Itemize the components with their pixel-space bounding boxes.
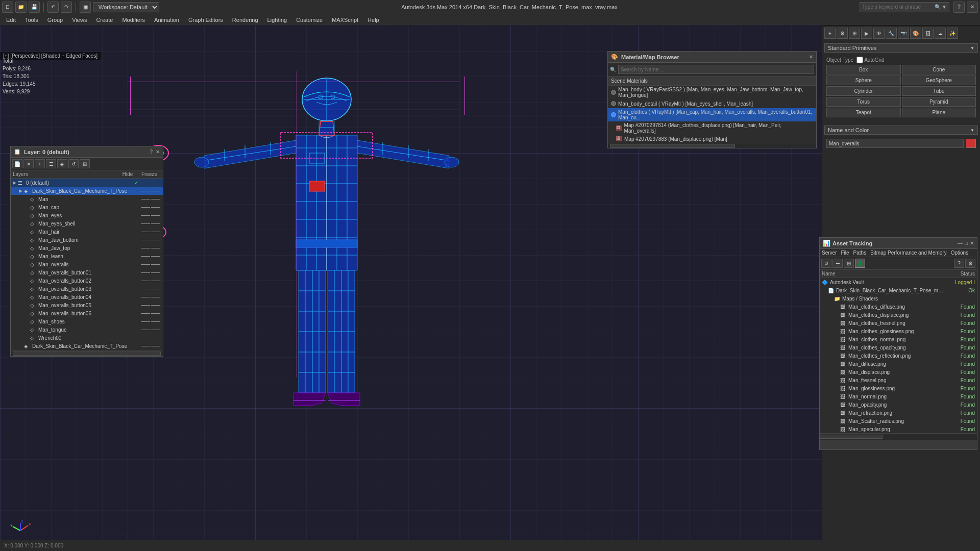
at-item[interactable]: 🖼 Man_fresnel.png Found	[820, 376, 977, 384]
at-item[interactable]: 🖼 Man_Scatter_radius.png Found	[820, 417, 977, 425]
obj-type-btn-tube[interactable]: Tube	[902, 86, 976, 96]
at-item[interactable]: 🖼 Man_clothes_normal.png Found	[820, 335, 977, 343]
obj-type-btn-cone[interactable]: Cone	[902, 65, 976, 74]
layers-add-button[interactable]: +	[35, 159, 45, 168]
at-list-view-button[interactable]: ☰	[832, 259, 843, 268]
mat-map-item[interactable]: 🖼 Map #2070297883 (Man_displace.png) [Ma…	[608, 135, 816, 143]
rp-hierarchy-button[interactable]: ⊞	[849, 28, 860, 39]
at-item[interactable]: 🖼 Man_refraction.png Found	[820, 409, 977, 417]
layer-item[interactable]: ◇ Man_overalls_button02 —— ——	[11, 277, 163, 285]
autogrid-checkbox[interactable]	[856, 57, 863, 63]
redo-button[interactable]: ↷	[61, 2, 72, 13]
obj-type-btn-teapot[interactable]: Teapot	[826, 108, 901, 117]
layers-new-button[interactable]: 📄	[12, 159, 22, 168]
layer-item[interactable]: ◇ Man_hair —— ——	[11, 228, 163, 236]
menu-item-graph-editors[interactable]: Graph Editors	[184, 16, 227, 24]
color-swatch[interactable]	[966, 139, 976, 148]
at-settings-button[interactable]: ⚙	[965, 259, 975, 268]
menu-item-maxscript[interactable]: MAXScript	[328, 16, 362, 24]
at-menu-options[interactable]: Options	[951, 250, 968, 256]
menu-item-help[interactable]: Help	[363, 16, 383, 24]
new-file-button[interactable]: 🗋	[2, 2, 13, 13]
layers-highlight-button[interactable]: ◈	[57, 159, 67, 168]
menu-item-create[interactable]: Create	[92, 16, 117, 24]
rp-create-button[interactable]: +	[824, 28, 836, 39]
obj-type-btn-sphere[interactable]: Sphere	[826, 76, 901, 85]
rp-utility-button[interactable]: 🔧	[886, 28, 897, 39]
mat-scene-materials-header[interactable]: Scene Materials	[608, 77, 816, 86]
search-input[interactable]	[862, 4, 934, 10]
mat-search-input[interactable]	[618, 65, 814, 74]
at-item[interactable]: 🖼 Man_diffuse.png Found	[820, 360, 977, 368]
layer-item[interactable]: ▶ ☰ 0 (default) ✓	[11, 179, 163, 187]
at-item[interactable]: 🖼 Man_clothes_glossiness.png Found	[820, 327, 977, 335]
undo-button[interactable]: ↶	[47, 2, 59, 13]
layer-item[interactable]: ◇ Man_tongue —— ——	[11, 325, 163, 334]
obj-type-btn-pyramid[interactable]: Pyramid	[902, 97, 976, 107]
layer-item[interactable]: ◇ Man_cap —— ——	[11, 203, 163, 211]
asset-tracking-maximize-button[interactable]: □	[965, 240, 968, 246]
render-setup-button[interactable]: ▣	[80, 2, 91, 13]
at-item[interactable]: 🖼 Man_clothes_fresnel.png Found	[820, 319, 977, 327]
at-item[interactable]: 🖼 Man_opacity.png Found	[820, 400, 977, 409]
layer-item[interactable]: ◇ Man_overalls_button03 —— ——	[11, 285, 163, 293]
menu-item-views[interactable]: Views	[68, 16, 91, 24]
obj-type-btn-cylinder[interactable]: Cylinder	[826, 86, 901, 96]
search-options-icon[interactable]: ▼	[942, 4, 947, 10]
asset-tracking-minimize-button[interactable]: —	[958, 240, 963, 246]
rp-display-button[interactable]: 👁	[873, 28, 885, 39]
layer-item[interactable]: ◇ Man_Jaw_top —— ——	[11, 244, 163, 252]
layers-expand-button[interactable]: ⊞	[80, 159, 90, 168]
layers-close-button[interactable]: ✕	[156, 149, 160, 155]
menu-item-group[interactable]: Group	[43, 16, 67, 24]
layer-item[interactable]: ◇ Man_overalls_button04 —— ——	[11, 293, 163, 301]
name-color-input[interactable]	[826, 139, 964, 148]
at-item[interactable]: 🖼 Man_displace.png Found	[820, 368, 977, 376]
at-item[interactable]: 📄 Dark_Skin_Black_Car_Mechanic_T_Pose_ma…	[820, 286, 977, 294]
layer-item[interactable]: ◇ Man_overalls_button05 —— ——	[11, 301, 163, 309]
at-item[interactable]: 🖼 Man_normal.png Found	[820, 392, 977, 400]
menu-item-modifiers[interactable]: Modifiers	[118, 16, 149, 24]
layers-help-button[interactable]: ?	[150, 149, 153, 155]
std-primitives-header[interactable]: Standard Primitives ▼	[824, 43, 978, 53]
layers-delete-button[interactable]: ✕	[23, 159, 34, 168]
rp-motion-button[interactable]: ▶	[861, 28, 872, 39]
layer-item[interactable]: ◇ Man_shoes —— ——	[11, 317, 163, 325]
mat-browser-close-button[interactable]: ✕	[809, 54, 813, 60]
obj-type-btn-box[interactable]: Box	[826, 65, 901, 74]
obj-type-btn-geosphere[interactable]: GeoSphere	[902, 76, 976, 85]
layer-item[interactable]: ◇ Man_Jaw_bottom —— ——	[11, 236, 163, 244]
mat-map-item[interactable]: 🖼 Map #2070297814 (Man_clothes_displace.…	[608, 121, 816, 135]
mat-scrollbar[interactable]	[608, 143, 816, 148]
at-menu-server[interactable]: Server	[822, 250, 837, 256]
save-file-button[interactable]: 💾	[29, 2, 40, 13]
mat-item[interactable]: Man_clothes ( VRayMtl ) [Man_cap, Man_ha…	[608, 108, 816, 121]
mat-item[interactable]: Man_body_detail ( VRayMtl ) [Man_eyes_sh…	[608, 99, 816, 108]
mat-item[interactable]: Man_body ( VRayFastSSS2 ) [Man, Man_eyes…	[608, 86, 816, 99]
menu-item-tools[interactable]: Tools	[21, 16, 42, 24]
search-icon[interactable]: 🔍	[935, 4, 941, 10]
layer-item[interactable]: ◇ Man —— ——	[11, 195, 163, 203]
menu-item-lighting[interactable]: Lighting	[263, 16, 291, 24]
layers-select-button[interactable]: ☰	[46, 159, 56, 168]
layer-item[interactable]: ◇ Man_overalls —— ——	[11, 260, 163, 268]
rp-material-button[interactable]: 🎨	[910, 28, 921, 39]
layer-item[interactable]: ◇ Man_overalls_button01 —— ——	[11, 268, 163, 277]
layer-item[interactable]: ▶ ◈ Dark_Skin_Black_Car_Mechanic_T_Pose …	[11, 187, 163, 195]
menu-item-customize[interactable]: Customize	[292, 16, 327, 24]
menu-item-animation[interactable]: Animation	[150, 16, 183, 24]
layer-item[interactable]: ◈ Dark_Skin_Black_Car_Mechanic_T_Pose ——…	[11, 342, 163, 350]
at-search-input[interactable]	[820, 440, 977, 449]
layer-item[interactable]: ◇ Man_overalls_button06 —— ——	[11, 309, 163, 317]
layer-item[interactable]: ◇ Wrench00 —— ——	[11, 334, 163, 342]
layers-list[interactable]: ▶ ☰ 0 (default) ✓ ▶ ◈ Dark_Skin_Black_Ca…	[11, 179, 163, 350]
open-file-button[interactable]: 📁	[15, 2, 27, 13]
asset-tracking-close-button[interactable]: ✕	[970, 240, 974, 246]
at-h-scroll[interactable]	[820, 435, 883, 439]
at-detail-view-button[interactable]: ⊞	[844, 259, 854, 268]
menu-item-edit[interactable]: Edit	[2, 16, 20, 24]
at-tree-view-button[interactable]: 🌲	[855, 259, 865, 268]
rp-effects-button[interactable]: ✨	[947, 28, 958, 39]
obj-type-btn-torus[interactable]: Torus	[826, 97, 901, 107]
at-item[interactable]: 🖼 Man_glossiness.png Found	[820, 384, 977, 392]
